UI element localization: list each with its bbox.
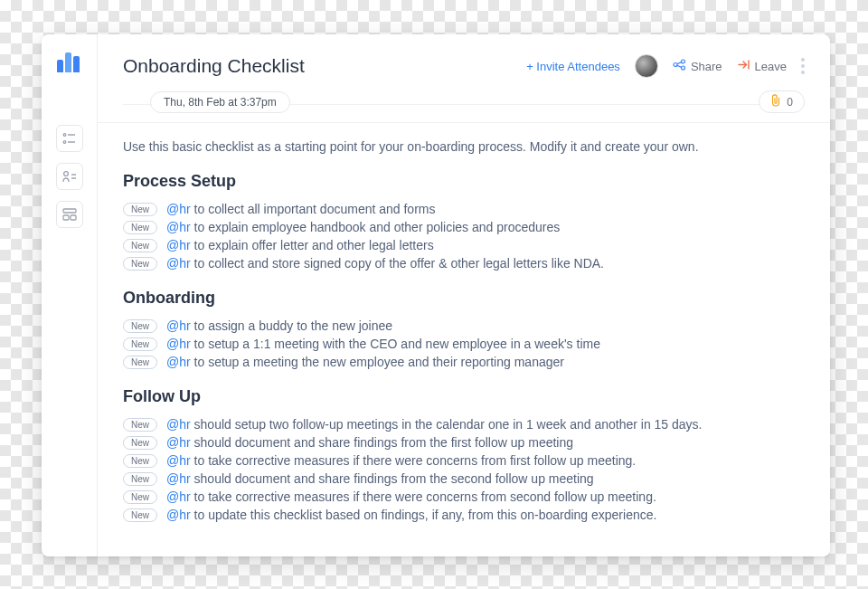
intro-text: Use this basic checklist as a starting p… [123, 139, 805, 154]
section-title: Follow Up [123, 387, 805, 406]
checklist-item[interactable]: New@hr to setup a 1:1 meeting with the C… [123, 335, 805, 353]
checklist-item-text: @hr should document and share findings f… [166, 471, 594, 486]
checklist-item[interactable]: New@hr should setup two follow-up meetin… [123, 415, 805, 433]
mention[interactable]: @hr [166, 489, 191, 504]
checklist-item[interactable]: New@hr to assign a buddy to the new join… [123, 317, 805, 335]
checklist-item[interactable]: New@hr to update this checklist based on… [123, 506, 805, 524]
checklist-item-text: @hr to setup a 1:1 meeting with the CEO … [166, 337, 600, 351]
section: Follow UpNew@hr should setup two follow-… [123, 387, 805, 524]
mention[interactable]: @hr [166, 202, 191, 216]
checklist-item-text: @hr should setup two follow-up meetings … [166, 417, 702, 432]
svg-point-0 [63, 134, 66, 137]
checklist-item-text: @hr to update this checklist based on fi… [166, 508, 656, 522]
sidebar-tool-layout-icon[interactable] [56, 201, 83, 228]
new-badge: New [123, 319, 157, 333]
checklist-item[interactable]: New@hr to take corrective measures if th… [123, 488, 805, 506]
checklist-item[interactable]: New@hr to setup a meeting the new employ… [123, 353, 805, 371]
mention[interactable]: @hr [166, 471, 191, 486]
svg-line-13 [677, 62, 682, 64]
section: Process SetupNew@hr to collect all impor… [123, 172, 805, 272]
checklist-item-text: @hr to take corrective measures if there… [166, 489, 656, 504]
checklist-item-text: @hr to assign a buddy to the new joinee [166, 318, 392, 333]
new-badge: New [123, 472, 157, 486]
leave-icon [737, 59, 750, 73]
section-title: Process Setup [123, 172, 805, 191]
svg-rect-7 [63, 209, 76, 213]
new-badge: New [123, 337, 157, 351]
checklist-item-text: @hr to setup a meeting the new employee … [166, 355, 564, 369]
checklist-item[interactable]: New@hr to explain employee handbook and … [123, 218, 805, 236]
section-title: Onboarding [123, 289, 805, 308]
new-badge: New [123, 436, 157, 450]
new-badge: New [123, 203, 157, 216]
mention[interactable]: @hr [166, 417, 191, 432]
leave-button[interactable]: Leave [737, 59, 787, 73]
checklist-item[interactable]: New@hr to collect and store signed copy … [123, 254, 805, 272]
leave-label: Leave [755, 60, 787, 73]
checklist-item-text: @hr should document and share findings f… [166, 435, 573, 450]
new-badge: New [123, 508, 157, 522]
share-button[interactable]: Share [673, 59, 722, 73]
share-label: Share [691, 60, 722, 73]
checklist-item[interactable]: New@hr to explain offer letter and other… [123, 236, 805, 254]
date-pill[interactable]: Thu, 8th Feb at 3:37pm [150, 91, 290, 113]
mention[interactable]: @hr [166, 238, 191, 252]
mention[interactable]: @hr [166, 256, 191, 271]
avatar[interactable] [635, 54, 658, 78]
mention[interactable]: @hr [166, 453, 191, 468]
svg-point-11 [681, 60, 684, 63]
checklist-item-text: @hr to collect and store signed copy of … [166, 256, 604, 271]
attachments-count: 0 [787, 96, 793, 109]
share-icon [673, 59, 686, 73]
app-window: Onboarding Checklist + Invite Attendees … [42, 34, 830, 556]
subheader: Thu, 8th Feb at 3:37pm 0 [98, 85, 830, 123]
new-badge: New [123, 356, 157, 369]
new-badge: New [123, 257, 157, 271]
mention[interactable]: @hr [166, 355, 191, 369]
checklist-item[interactable]: New@hr to take corrective measures if th… [123, 451, 805, 470]
checklist-item-text: @hr to collect all important document an… [166, 202, 435, 216]
sidebar [42, 34, 98, 556]
more-menu-icon[interactable] [801, 58, 805, 74]
checklist-item[interactable]: New@hr should document and share finding… [123, 433, 805, 451]
new-badge: New [123, 239, 157, 252]
page-title: Onboarding Checklist [123, 55, 305, 77]
checklist-item-text: @hr to explain offer letter and other le… [166, 238, 434, 252]
svg-line-14 [677, 65, 682, 67]
svg-point-10 [674, 63, 677, 67]
mention[interactable]: @hr [166, 508, 191, 522]
mention[interactable]: @hr [166, 220, 191, 234]
svg-point-2 [63, 141, 66, 144]
svg-rect-9 [71, 215, 76, 220]
checklist-item-text: @hr to take corrective measures if there… [166, 453, 636, 468]
new-badge: New [123, 221, 157, 234]
sidebar-tool-list-icon[interactable] [56, 125, 83, 152]
checklist-item[interactable]: New@hr to collect all important document… [123, 200, 805, 218]
mention[interactable]: @hr [166, 318, 191, 333]
document-body: Use this basic checklist as a starting p… [98, 123, 830, 556]
invite-attendees-button[interactable]: + Invite Attendees [526, 60, 620, 73]
header: Onboarding Checklist + Invite Attendees … [98, 34, 830, 85]
sidebar-tool-person-icon[interactable] [56, 163, 83, 190]
main-panel: Onboarding Checklist + Invite Attendees … [98, 34, 830, 556]
mention[interactable]: @hr [166, 337, 191, 351]
svg-point-12 [681, 66, 684, 70]
new-badge: New [123, 454, 157, 468]
new-badge: New [123, 418, 157, 432]
new-badge: New [123, 490, 157, 504]
paperclip-icon [770, 94, 781, 109]
attachments-pill[interactable]: 0 [759, 90, 805, 113]
section: OnboardingNew@hr to assign a buddy to th… [123, 289, 805, 371]
svg-rect-8 [63, 215, 69, 220]
app-logo-icon [57, 49, 82, 72]
svg-point-4 [63, 172, 68, 176]
mention[interactable]: @hr [166, 435, 191, 450]
checklist-item-text: @hr to explain employee handbook and oth… [166, 220, 560, 234]
checklist-item[interactable]: New@hr should document and share finding… [123, 470, 805, 488]
